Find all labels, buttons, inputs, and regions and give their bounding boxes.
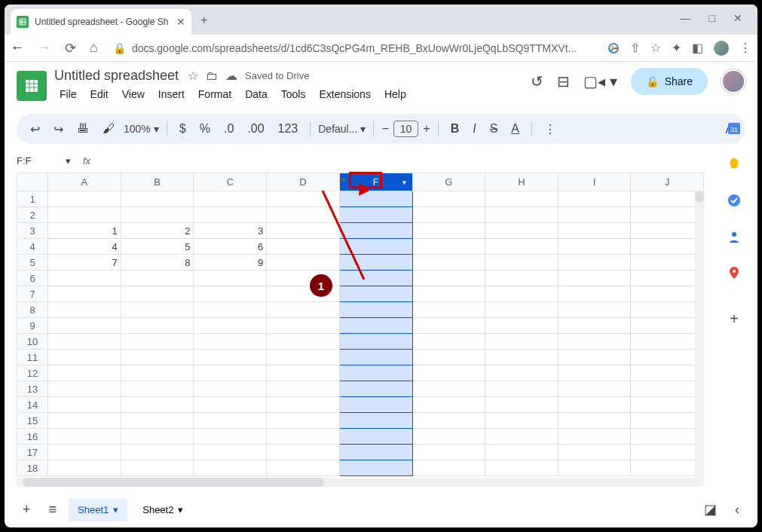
star-icon[interactable]: ☆	[650, 41, 661, 55]
cell-G5[interactable]	[412, 255, 485, 271]
cell-H6[interactable]	[485, 271, 558, 286]
cell-J8[interactable]	[631, 302, 704, 318]
cell-G6[interactable]	[412, 271, 485, 286]
cell-J3[interactable]	[631, 223, 704, 239]
cell-A12[interactable]	[48, 365, 121, 381]
cell-G8[interactable]	[412, 302, 485, 318]
cell-I18[interactable]	[558, 460, 630, 476]
cell-J18[interactable]	[631, 460, 704, 476]
cell-J17[interactable]	[631, 445, 704, 460]
cell-G2[interactable]	[412, 207, 485, 223]
cell-C16[interactable]	[194, 429, 267, 445]
cell-J13[interactable]	[631, 381, 704, 397]
cell-B6[interactable]	[121, 271, 194, 286]
cell-C15[interactable]	[194, 413, 267, 429]
menu-extensions[interactable]: Extensions	[314, 85, 375, 103]
menu-tools[interactable]: Tools	[276, 85, 311, 103]
cell-C9[interactable]	[194, 318, 267, 334]
cell-D11[interactable]	[267, 350, 340, 365]
cell-G7[interactable]	[412, 286, 485, 302]
cell-F10[interactable]	[339, 334, 412, 350]
cell-J6[interactable]	[631, 271, 704, 286]
side-panel-icon[interactable]: ◧	[692, 41, 703, 55]
currency-icon[interactable]: $	[175, 119, 191, 139]
dec-font-icon[interactable]: −	[381, 122, 388, 136]
sheet-tab-1[interactable]: Sheet1 ▾	[69, 498, 127, 521]
cell-A11[interactable]	[48, 350, 121, 365]
cell-D8[interactable]	[267, 302, 340, 318]
cell-H10[interactable]	[485, 334, 558, 350]
zoom-select[interactable]: 100% ▾	[124, 123, 159, 135]
cell-J15[interactable]	[631, 413, 704, 429]
more-formats-icon[interactable]: 123	[274, 119, 303, 139]
url-box[interactable]: 🔒 docs.google.com/spreadsheets/d/1cd6C3s…	[107, 42, 598, 54]
cell-B17[interactable]	[121, 445, 194, 460]
browser-tab[interactable]: Untitled spreadsheet - Google Sh ✕	[11, 9, 191, 35]
cell-H16[interactable]	[485, 429, 558, 445]
cell-G13[interactable]	[412, 381, 485, 397]
cell-I4[interactable]	[558, 239, 630, 255]
comments-icon[interactable]: ⊟	[557, 72, 570, 90]
cell-H5[interactable]	[485, 255, 558, 271]
row-header-17[interactable]: 17	[17, 445, 48, 460]
cell-F6[interactable]	[339, 271, 412, 286]
cell-C12[interactable]	[194, 365, 267, 381]
cell-F18[interactable]	[339, 460, 412, 476]
cell-G9[interactable]	[412, 318, 485, 334]
row-header-14[interactable]: 14	[17, 397, 48, 413]
cell-J16[interactable]	[631, 429, 704, 445]
more-toolbar-icon[interactable]: ⋮	[540, 119, 561, 139]
cell-G11[interactable]	[412, 350, 485, 365]
cell-F11[interactable]	[339, 350, 412, 365]
chevron-down-icon[interactable]: ▼	[402, 179, 408, 186]
col-header-J[interactable]: J	[631, 173, 704, 191]
cell-A14[interactable]	[48, 397, 121, 413]
cell-F13[interactable]	[339, 381, 412, 397]
back-icon[interactable]: ←	[11, 40, 24, 56]
cell-H12[interactable]	[485, 365, 558, 381]
profile-avatar-icon[interactable]	[714, 41, 729, 56]
cell-G17[interactable]	[412, 445, 485, 460]
cell-A6[interactable]	[48, 271, 121, 286]
cell-H8[interactable]	[485, 302, 558, 318]
cell-J14[interactable]	[631, 397, 704, 413]
cell-F12[interactable]	[339, 365, 412, 381]
row-header-6[interactable]: 6	[17, 271, 48, 286]
col-header-G[interactable]: G	[412, 173, 485, 191]
row-header-9[interactable]: 9	[17, 318, 48, 334]
cell-I9[interactable]	[558, 318, 630, 334]
cell-B14[interactable]	[121, 397, 194, 413]
cell-F5[interactable]	[339, 255, 412, 271]
cell-C14[interactable]	[194, 397, 267, 413]
all-sheets-icon[interactable]: ≡	[43, 497, 63, 522]
menu-insert[interactable]: Insert	[153, 85, 190, 103]
tasks-icon[interactable]	[727, 193, 742, 208]
cell-H11[interactable]	[485, 350, 558, 365]
cell-A1[interactable]	[48, 191, 121, 207]
inc-decimal-icon[interactable]: .00	[243, 119, 268, 139]
minimize-icon[interactable]: —	[681, 12, 691, 24]
col-header-H[interactable]: H	[485, 173, 558, 191]
cell-D16[interactable]	[267, 429, 340, 445]
cell-B4[interactable]: 5	[121, 239, 194, 255]
cell-C1[interactable]	[194, 191, 267, 207]
cell-B5[interactable]: 8	[121, 255, 194, 271]
cell-B10[interactable]	[121, 334, 194, 350]
cell-I13[interactable]	[558, 381, 630, 397]
row-header-16[interactable]: 16	[17, 429, 48, 445]
share-button[interactable]: 🔒 Share	[631, 68, 708, 95]
col-header-I[interactable]: I	[558, 173, 630, 191]
cell-F3[interactable]	[339, 223, 412, 239]
row-header-18[interactable]: 18	[17, 460, 48, 476]
cell-G14[interactable]	[412, 397, 485, 413]
cell-I7[interactable]	[558, 286, 630, 302]
cell-G16[interactable]	[412, 429, 485, 445]
cell-B9[interactable]	[121, 318, 194, 334]
cell-D15[interactable]	[267, 413, 340, 429]
cell-H13[interactable]	[485, 381, 558, 397]
menu-edit[interactable]: Edit	[85, 85, 114, 103]
menu-file[interactable]: File	[54, 85, 82, 103]
row-header-2[interactable]: 2	[17, 207, 48, 223]
col-header-B[interactable]: B	[121, 173, 194, 191]
kebab-menu-icon[interactable]: ⋮	[739, 41, 751, 55]
